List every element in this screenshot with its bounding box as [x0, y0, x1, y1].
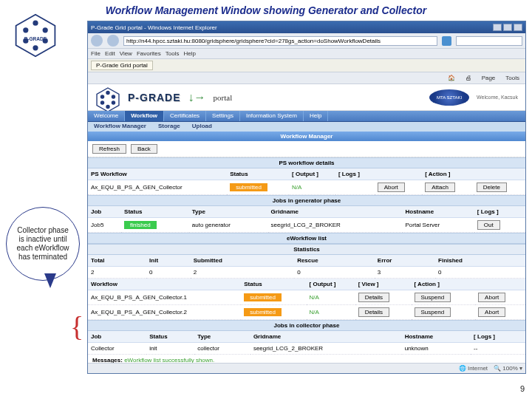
table-row: Collectorinitcollectorseegrid_LCG_2_BROK…: [88, 343, 525, 355]
status-badge: submitted: [244, 308, 282, 316]
table-row: Ax_EQU_B_PS_A_GEN_Collector submitted N/…: [88, 180, 525, 195]
menu-file[interactable]: File: [91, 50, 100, 57]
zoom-label: 🔍 100% ▾: [494, 365, 522, 372]
tab-info-system[interactable]: Information System: [240, 111, 304, 121]
abort-button[interactable]: Abort: [478, 307, 505, 317]
out-button[interactable]: Out: [477, 220, 500, 230]
table-row: Ax_EQU_B_PS_A_GEN_Collector.2 submitted …: [88, 305, 525, 320]
menu-help[interactable]: Help: [183, 50, 195, 57]
back-nav-icon[interactable]: [91, 35, 103, 47]
annotation-bubble: Collector phase is inactive until each e…: [6, 207, 80, 281]
brand-text: P-GRADE: [128, 92, 181, 103]
table-row: 202030: [88, 267, 525, 279]
abort-button[interactable]: Abort: [478, 293, 505, 302]
generator-table: JobStatusTypeGridnameHostname[ Logs ] Jo…: [88, 206, 525, 233]
tool-tools[interactable]: Tools: [502, 74, 522, 82]
menu-tools[interactable]: Tools: [166, 50, 180, 57]
browser-toolbar: 🏠 🖨 Page Tools: [88, 72, 525, 84]
tab-workflow[interactable]: Workflow: [125, 111, 164, 121]
stats-table: TotalInitSubmittedRescueErrorFinished 20…: [88, 255, 525, 279]
table-row: Job5 finished auto generatorseegrid_LCG_…: [88, 218, 525, 233]
suspend-button[interactable]: Suspend: [415, 307, 451, 317]
forward-nav-icon[interactable]: [107, 35, 119, 47]
tab-help[interactable]: Help: [304, 111, 328, 121]
zone-label: 🌐 Internet: [459, 365, 488, 372]
workflow-list-table: WorkflowStatus[ Output ][ View ][ Action…: [88, 279, 525, 320]
subtab-workflow-manager[interactable]: Workflow Manager: [88, 122, 152, 132]
status-badge: finished: [124, 221, 157, 229]
abort-button[interactable]: Abort: [378, 183, 405, 192]
delete-button[interactable]: Delete: [477, 183, 507, 192]
menu-favorites[interactable]: Favorites: [137, 50, 161, 57]
subtab-upload[interactable]: Upload: [186, 122, 218, 132]
pgrade-mini-logo: [95, 87, 120, 108]
stats-header: Statistics: [88, 244, 525, 255]
browser-window: P-Grade Grid portal - Windows Internet E…: [87, 21, 526, 374]
url-input[interactable]: [123, 36, 437, 46]
svg-point-11: [112, 95, 115, 98]
browser-statusbar: 🌐 Internet 🔍 100% ▾: [88, 363, 525, 373]
ps-workflow-table: PS WorkflowStatus[ Output ][ Logs ][ Act…: [88, 168, 525, 195]
maximize-button[interactable]: [503, 24, 512, 31]
tab-welcome[interactable]: Welcome: [88, 111, 125, 121]
sztaki-logo: MTA SZTAKI: [429, 89, 469, 106]
table-row: Ax_EQU_B_PS_A_GEN_Collector.1 submitted …: [88, 290, 525, 305]
search-box[interactable]: [456, 36, 522, 46]
workflow-manager-title: Workflow Manager: [88, 132, 525, 141]
window-title: P-Grade Grid portal - Windows Internet E…: [91, 24, 217, 31]
tab-settings[interactable]: Settings: [206, 111, 240, 121]
svg-point-6: [33, 45, 38, 50]
menu-bar: File Edit View Favorites Tools Help: [88, 49, 525, 59]
brand-arrow-icon: ↓→: [188, 91, 206, 104]
annotation-brace: {: [70, 310, 83, 343]
suspend-button[interactable]: Suspend: [415, 293, 451, 302]
content-area: Refresh Back PS workflow details PS Work…: [88, 141, 525, 363]
svg-point-14: [106, 104, 109, 108]
svg-text:P-GRADE: P-GRADE: [24, 36, 47, 41]
collector-table: JobStatusTypeGridnameHostname[ Logs ] Co…: [88, 331, 525, 355]
svg-point-10: [100, 95, 104, 98]
annotation-tail: [44, 273, 56, 288]
menu-edit[interactable]: Edit: [105, 50, 115, 57]
ps-details-header: PS workflow details: [88, 157, 525, 168]
back-button[interactable]: Back: [131, 144, 157, 154]
brand-sub: portal: [214, 93, 233, 102]
minimize-button[interactable]: [493, 24, 502, 31]
pgrade-logo-badge: P-GRADE: [13, 13, 58, 58]
ew-list-header: eWorkflow list: [88, 233, 525, 244]
portal-header: P-GRADE ↓→ portal MTA SZTAKI Welcome, Ka…: [88, 84, 525, 111]
window-titlebar: P-Grade Grid portal - Windows Internet E…: [88, 21, 525, 33]
messages-row: Messages: eWorkflow list successfully sh…: [88, 355, 525, 363]
close-button[interactable]: [514, 24, 522, 31]
attach-button[interactable]: Attach: [425, 183, 455, 192]
tool-page[interactable]: Page: [479, 74, 499, 82]
page-number: 9: [520, 384, 525, 393]
details-button[interactable]: Details: [358, 293, 389, 302]
refresh-button[interactable]: Refresh: [92, 144, 126, 154]
address-bar: [88, 33, 525, 49]
svg-point-3: [43, 27, 48, 33]
slide-title: Workflow Management Window showing Gener…: [0, 0, 532, 19]
browser-tab[interactable]: P-Grade Grid portal: [91, 61, 153, 70]
svg-point-1: [33, 21, 38, 26]
gen-phase-header: Jobs in generator phase: [88, 195, 525, 206]
col-phase-header: Jobs in collector phase: [88, 320, 525, 331]
tab-certificates[interactable]: Certificates: [164, 111, 206, 121]
svg-point-2: [23, 27, 28, 33]
home-icon[interactable]: 🏠: [445, 74, 458, 82]
browser-tabbar: P-Grade Grid portal: [88, 59, 525, 72]
portal-subtabs: Workflow Manager Storage Upload: [88, 122, 525, 132]
subtab-storage[interactable]: Storage: [152, 122, 186, 132]
menu-view[interactable]: View: [120, 50, 132, 57]
go-button[interactable]: [442, 36, 451, 46]
svg-point-9: [106, 90, 109, 94]
svg-point-12: [100, 100, 104, 104]
status-badge: submitted: [244, 293, 282, 301]
status-badge: submitted: [230, 183, 267, 191]
welcome-text: Welcome, Kacsuk: [477, 95, 518, 100]
details-button[interactable]: Details: [358, 307, 389, 317]
portal-tabs: Welcome Workflow Certificates Settings I…: [88, 111, 525, 122]
print-icon[interactable]: 🖨: [463, 74, 474, 82]
svg-point-13: [112, 100, 115, 104]
